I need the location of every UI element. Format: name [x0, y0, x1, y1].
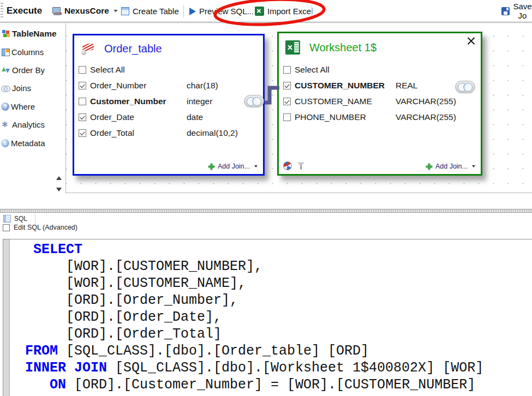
column-checkbox[interactable]	[79, 82, 86, 89]
import-excel-label: Import Excel	[267, 7, 313, 16]
preview-sql-label: Preview SQL...	[199, 7, 254, 16]
table-window-header[interactable]: Order_table	[74, 35, 263, 62]
info-icon	[1, 139, 9, 147]
tab-sql[interactable]: SQL	[0, 213, 35, 224]
analytics-icon	[1, 120, 10, 129]
sql-server-icon	[81, 42, 95, 55]
sql-line: SELECT	[25, 241, 532, 258]
table-title: Worksheet 1$	[309, 41, 376, 54]
sql-line: [ORD].[Order_Number],	[25, 292, 532, 309]
column-checkbox[interactable]	[79, 113, 86, 121]
question-icon	[1, 103, 9, 111]
sidebar-item-label: Columns	[11, 47, 44, 57]
sql-line: ON [ORD].[Customer_Number] = [WOR].[CUST…	[25, 376, 532, 393]
column-row: PHONE_NUMBERVARCHAR(255)	[283, 109, 481, 125]
plus-icon	[208, 163, 215, 170]
canvas-scroll-arrows[interactable]	[55, 175, 63, 193]
column-checkbox[interactable]	[283, 113, 291, 121]
excel-icon	[285, 40, 300, 55]
create-table-button[interactable]: Create Table	[121, 0, 179, 22]
sidebar-item-metadata[interactable]: Metadata	[0, 134, 65, 152]
column-row: Order_Datedate	[79, 109, 263, 125]
select-all-checkbox[interactable]	[283, 66, 291, 74]
sql-line: INNER JOIN [SQL_CLASS].[dbo].[Worksheet …	[25, 359, 532, 376]
table-window-order-table[interactable]: Order_table Select All Order_Numberchar(…	[73, 34, 265, 176]
column-checkbox[interactable]	[283, 98, 291, 105]
panel-splitter[interactable]	[0, 209, 532, 213]
column-name: PHONE_NUMBER	[295, 112, 396, 122]
table-window-header[interactable]: Worksheet 1$	[279, 33, 481, 62]
execute-label: Execute	[7, 5, 42, 16]
venn-join-icon	[1, 83, 10, 93]
plus-icon	[426, 163, 433, 170]
edit-sql-advanced[interactable]: Edit SQL (Advanced)	[3, 224, 77, 231]
column-type: date	[187, 112, 263, 122]
sidebar-item-label: Where	[11, 102, 35, 111]
column-row: CUSTOMER_NUMBERREAL	[283, 77, 481, 93]
excel-icon	[255, 7, 264, 16]
column-type: VARCHAR(255)	[396, 112, 481, 122]
column-row: Order_Totaldecimal(10,2)	[79, 125, 263, 141]
sql-line: [ORD].[Order_Total]	[25, 326, 532, 343]
sql-editor[interactable]: SELECT [WOR].[CUSTOMER_NUMBER], [WOR].[C…	[3, 239, 532, 396]
nexuscore-dropdown[interactable]: NexusCore	[52, 0, 118, 22]
sort-icon	[1, 65, 10, 75]
save-job-button[interactable]: Save Jo	[501, 0, 532, 22]
column-type: decimal(10,2)	[187, 128, 263, 138]
column-checkbox[interactable]	[79, 129, 86, 137]
join-connector-line[interactable]	[240, 75, 284, 113]
column-checkbox[interactable]	[79, 98, 86, 105]
sidebar-item-tablename[interactable]: TableName	[0, 25, 65, 43]
column-name: Customer_Number	[90, 97, 187, 106]
sidebar-item-label: Joins	[12, 83, 31, 93]
nexuscore-label: NexusCore	[64, 6, 109, 16]
sidebar-item-label: Analytics	[12, 120, 45, 129]
sql-line: FROM [SQL_CLASS].[dbo].[Order_table] [OR…	[25, 343, 532, 359]
sql-line: [WOR].[CUSTOMER_NAME],	[25, 275, 532, 292]
filter-icon[interactable]	[297, 162, 305, 170]
add-join-button[interactable]: Add Join...	[208, 163, 258, 170]
create-table-label: Create Table	[133, 7, 179, 16]
import-excel-button[interactable]: Import Excel	[255, 0, 313, 22]
sidebar-item-columns[interactable]: Columns	[0, 43, 65, 61]
column-row: CUSTOMER_NAMEVARCHAR(255)	[283, 93, 481, 109]
select-all-row: Select All	[79, 62, 263, 77]
chevron-down-icon	[254, 165, 258, 167]
execute-button[interactable]: Execute	[7, 0, 42, 22]
table-icon	[121, 7, 129, 15]
toolbar-separator	[183, 5, 184, 17]
column-type: VARCHAR(255)	[396, 97, 481, 106]
edit-sql-label: Edit SQL (Advanced)	[14, 224, 77, 231]
sidebar-item-label: Metadata	[11, 139, 45, 148]
sidebar-item-order-by[interactable]: Order By	[0, 61, 65, 79]
sql-editor-gutter	[3, 239, 10, 396]
column-name: Order_Total	[90, 128, 187, 138]
sidebar-item-label: TableName	[12, 29, 57, 39]
datasource-icon[interactable]	[283, 161, 292, 170]
sidebar: TableNameColumnsOrder ByJoinsWhereAnalyt…	[0, 25, 65, 152]
toolbar-grip[interactable]	[1, 3, 3, 19]
sidebar-item-analytics[interactable]: Analytics	[0, 116, 65, 134]
column-name: CUSTOMER_NAME	[295, 97, 396, 106]
add-join-button[interactable]: Add Join...	[426, 163, 475, 170]
column-row: Customer_Numberinteger	[79, 93, 263, 109]
sidebar-item-label: Order By	[12, 65, 45, 75]
column-name: Order_Number	[90, 81, 187, 91]
join-indicator-icon[interactable]	[455, 81, 475, 93]
chevron-down-icon	[113, 10, 118, 12]
play-icon	[189, 8, 196, 15]
sidebar-item-where[interactable]: Where	[0, 98, 65, 116]
select-all-row: Select All	[283, 62, 481, 77]
column-row: Order_Numberchar(18)	[79, 77, 263, 93]
edit-sql-checkbox[interactable]	[3, 224, 10, 231]
column-checkbox[interactable]	[283, 82, 291, 89]
table-window-worksheet[interactable]: Worksheet 1$ Select All CUSTOMER_NUMBERR…	[277, 32, 482, 176]
sidebar-item-joins[interactable]: Joins	[0, 79, 65, 97]
table-name-icon	[1, 29, 10, 38]
add-join-label: Add Join...	[435, 163, 468, 170]
sql-line: [WOR].[CUSTOMER_NUMBER],	[25, 258, 532, 275]
chevron-down-icon	[472, 165, 475, 167]
preview-sql-button[interactable]: Preview SQL...	[189, 0, 262, 22]
close-icon[interactable]	[466, 35, 477, 46]
select-all-checkbox[interactable]	[79, 66, 86, 74]
